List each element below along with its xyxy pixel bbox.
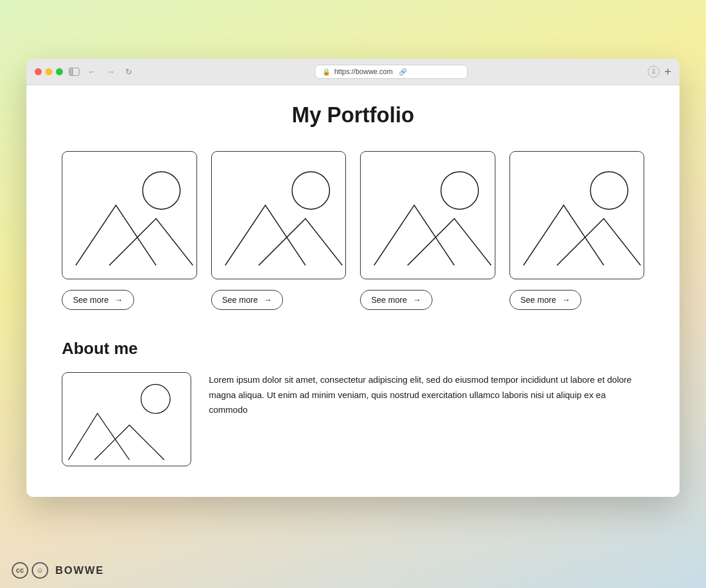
cc-badge: cc ☺ xyxy=(12,562,48,579)
traffic-light-close[interactable] xyxy=(35,68,42,75)
see-more-label-1: See more xyxy=(73,295,109,305)
url-text: https://bowwe.com xyxy=(334,68,392,76)
see-more-label-2: See more xyxy=(222,295,258,305)
arrow-icon-3: → xyxy=(413,295,421,305)
svg-point-3 xyxy=(441,172,478,209)
link-icon: 🔗 xyxy=(399,68,407,76)
forward-button[interactable]: → xyxy=(104,66,117,78)
about-title: About me xyxy=(62,339,644,358)
browser-chrome: ← → ↻ 🔒 https://bowwe.com 🔗 ⇩ + xyxy=(26,59,680,85)
traffic-light-maximize[interactable] xyxy=(56,68,63,75)
about-section: About me Lorem ipsum dolor sit amet, con… xyxy=(62,328,644,466)
see-more-button-4[interactable]: See more → xyxy=(509,290,582,310)
address-bar[interactable]: 🔒 https://bowwe.com 🔗 xyxy=(315,65,468,79)
about-image xyxy=(62,372,191,466)
new-tab-button[interactable]: + xyxy=(664,66,671,78)
arrow-icon-2: → xyxy=(264,295,272,305)
portfolio-item-4: See more → xyxy=(509,151,645,310)
portfolio-item-3: See more → xyxy=(360,151,495,310)
portfolio-image-2 xyxy=(211,151,347,279)
creative-commons-icon: cc xyxy=(12,562,28,579)
arrow-icon-4: → xyxy=(562,295,570,305)
person-icon: ☺ xyxy=(32,562,48,579)
see-more-button-3[interactable]: See more → xyxy=(360,290,432,310)
about-content: Lorem ipsum dolor sit amet, consectetur … xyxy=(62,372,644,466)
arrow-icon-1: → xyxy=(115,295,123,305)
portfolio-image-3 xyxy=(360,151,495,279)
bowwe-logo: BOWWE xyxy=(55,564,104,577)
browser-content: My Portfolio See more → xyxy=(26,85,680,497)
portfolio-image-1 xyxy=(62,151,197,279)
browser-window: ← → ↻ 🔒 https://bowwe.com 🔗 ⇩ + My Portf… xyxy=(26,59,680,497)
see-more-label-3: See more xyxy=(371,295,407,305)
portfolio-item-1: See more → xyxy=(62,151,197,310)
sidebar-toggle-button[interactable] xyxy=(69,68,79,76)
browser-right-buttons: ⇩ + xyxy=(648,66,671,78)
portfolio-item-2: See more → xyxy=(211,151,347,310)
reload-button[interactable]: ↻ xyxy=(123,66,135,78)
page-title: My Portfolio xyxy=(62,103,644,128)
address-bar-wrapper: 🔒 https://bowwe.com 🔗 xyxy=(141,65,642,79)
see-more-button-1[interactable]: See more → xyxy=(62,290,134,310)
svg-point-5 xyxy=(141,385,170,413)
svg-point-2 xyxy=(292,172,329,209)
see-more-label-4: See more xyxy=(521,295,557,305)
traffic-light-minimize[interactable] xyxy=(45,68,52,75)
svg-point-4 xyxy=(590,172,628,209)
svg-point-0 xyxy=(142,172,180,209)
portfolio-image-4 xyxy=(509,151,645,279)
portfolio-grid: See more → See more → xyxy=(62,151,644,310)
download-button[interactable]: ⇩ xyxy=(648,66,660,78)
lock-icon: 🔒 xyxy=(322,68,331,76)
back-button[interactable]: ← xyxy=(85,66,98,78)
about-body-text: Lorem ipsum dolor sit amet, consectetur … xyxy=(209,372,644,417)
traffic-lights xyxy=(35,68,63,75)
see-more-button-2[interactable]: See more → xyxy=(211,290,284,310)
bottom-bar: cc ☺ BOWWE xyxy=(0,553,706,588)
